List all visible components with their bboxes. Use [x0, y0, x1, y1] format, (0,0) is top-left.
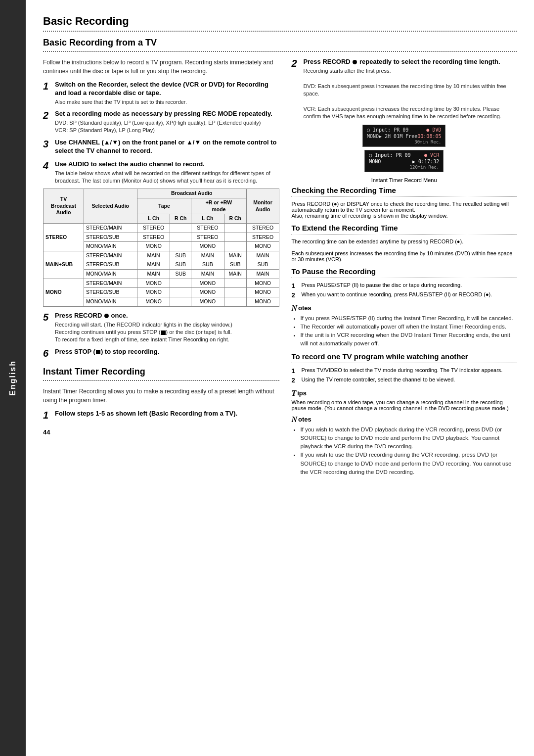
vcr-screen-row1: ◯ Input: PR 09 ● VCR	[369, 152, 439, 158]
cell: STEREO	[246, 233, 279, 242]
instant-step-1-content: Follow steps 1-5 as shown left (Basic Re…	[55, 410, 279, 419]
cell: MONO	[137, 288, 170, 297]
cell: SUB	[170, 270, 191, 279]
sel-stereo-main-3: STEREO/MAIN	[84, 279, 137, 288]
instant-timer-body: Instant Timer Recording allows you to ma…	[43, 387, 279, 405]
cell: MONO	[246, 279, 279, 288]
dvd-rec-label: ● DVD	[426, 127, 441, 133]
divider-2	[43, 51, 517, 52]
tv-main-sub: MAIN+SUB	[44, 251, 84, 279]
basic-recording-title: Basic Recording	[43, 15, 517, 28]
dvd-mode: MONO	[367, 134, 379, 139]
tv-mono: MONO	[44, 279, 84, 306]
divider-pause	[291, 278, 517, 278]
pause-step-2-num: 2	[291, 291, 298, 299]
step-5-number: 5	[43, 312, 52, 323]
step-3-title: Use CHANNEL (▲/▼) on the front panel or …	[55, 139, 279, 155]
page-number: 44	[43, 428, 279, 436]
note-item: If you wish to use the DVD recording dur…	[300, 451, 517, 476]
sel-stereo-main-2: STEREO/MAIN	[84, 251, 137, 260]
cell: MAIN	[191, 251, 224, 260]
step-4-body: The table below shows what will be recor…	[55, 170, 279, 185]
sel-stereo-sub-3: STEREO/SUB	[84, 288, 137, 297]
step-2-content: Set a recording mode as necessary by pre…	[55, 110, 279, 135]
right-column: 2 Press RECORD repeatedly to select the …	[291, 58, 517, 480]
cell	[170, 242, 191, 251]
stop-symbol-5	[161, 331, 166, 335]
cell: MAIN	[224, 251, 246, 260]
rww-step-2-num: 2	[291, 377, 298, 384]
right-step-2: 2 Press RECORD repeatedly to select the …	[291, 58, 517, 121]
cell	[224, 297, 246, 306]
notes-otes-text-2: otes	[298, 416, 312, 423]
screen-displays: ◯ Input: PR 09 ● DVD MONO ▶ 2H 01M Free …	[291, 125, 517, 183]
sel-mono-main-2: MONO/MAIN	[84, 270, 137, 279]
cell: MONO	[137, 242, 170, 251]
cell: STEREO	[191, 233, 224, 242]
cell: SUB	[191, 260, 224, 270]
step-4-title: Use AUDIO to select the audio channel to…	[55, 160, 279, 169]
table-row: MONO STEREO/MAIN MONO MONO MONO	[44, 279, 279, 288]
dvd-screen-row1: ◯ Input: PR 09 ● DVD	[367, 127, 442, 133]
step-5-body: Recording will start. (The RECORD indica…	[55, 321, 279, 344]
cell: MONO	[191, 242, 224, 251]
cell: MONO	[137, 279, 170, 288]
cell: MAIN	[246, 251, 279, 260]
step-2: 2 Set a recording mode as necessary by p…	[43, 110, 279, 135]
step-1-body: Also make sure that the TV input is set …	[55, 98, 279, 106]
notes-2-title: N otes	[291, 415, 517, 424]
step-3-content: Use CHANNEL (▲/▼) on the front panel or …	[55, 139, 279, 156]
cell: MAIN	[246, 270, 279, 279]
notes-n-icon-2: N	[291, 415, 297, 424]
step-6-number: 6	[43, 348, 52, 359]
vcr-screen-row: ◯ Input: PR 09 ● VCR MONO ▶ 0:17:32 120m…	[364, 150, 444, 172]
step-6-title: Press STOP () to stop recording.	[55, 348, 279, 356]
cell: MONO	[191, 288, 224, 297]
cell: MAIN	[137, 260, 170, 270]
pause-step-2: 2 When you want to continue recording, p…	[291, 291, 517, 299]
sidebar-label: English	[8, 360, 17, 396]
cell: MONO	[137, 297, 170, 306]
right-step-2-number: 2	[291, 58, 300, 69]
extend-time-body: The recording time can be extended anyti…	[291, 238, 517, 262]
col-tape: Tape	[137, 198, 191, 214]
pause-title: To Pause the Recording	[291, 267, 517, 276]
vcr-time: ▶ 0:17:32	[412, 159, 439, 164]
check-time-body: Press RECORD (●) or DISPLAY once to chec…	[291, 201, 517, 219]
dvd-screen-row2: MONO ▶ 2H 01M Free 00:08:05	[367, 134, 442, 139]
cell	[224, 233, 246, 242]
note-item: If the unit is in VCR recording when the…	[300, 331, 517, 348]
cell: STEREO	[191, 223, 224, 233]
cell: MAIN	[224, 270, 246, 279]
tips-label: ips	[297, 389, 307, 397]
sidebar: English	[0, 0, 26, 756]
cell: SUB	[170, 251, 191, 260]
sel-stereo-sub-1: STEREO/SUB	[84, 233, 137, 242]
right-step-2-title: Press RECORD repeatedly to select the re…	[303, 58, 517, 66]
step-2-body: DVD: SP (Standard quality), LP (Low qual…	[55, 119, 279, 135]
record-while-watching-section: To record one TV program while watching …	[291, 352, 517, 384]
dvd-rec-time: 00:08:05	[417, 134, 441, 139]
sel-mono-main-1: MONO/MAIN	[84, 242, 137, 251]
cell	[224, 279, 246, 288]
rww-step-1-body: Press TV/VIDEO to select the TV mode dur…	[301, 367, 502, 373]
col-plus-rw: +R or +RWmode	[191, 198, 247, 214]
instant-step-1: 1 Follow steps 1-5 as shown left (Basic …	[43, 410, 279, 421]
step-4-content: Use AUDIO to select the audio channel to…	[55, 160, 279, 185]
vcr-rec-label: ● VCR	[424, 152, 439, 158]
check-time-section: Checking the Recording Time Press RECORD…	[291, 186, 517, 219]
instant-step-1-title: Follow steps 1-5 as shown left (Basic Re…	[55, 410, 279, 418]
page-container: English Basic Recording Basic Recording …	[0, 0, 534, 756]
pause-step-1-num: 1	[291, 282, 298, 289]
step-2-number: 2	[43, 110, 52, 121]
col-monitor-audio: MonitorAudio	[246, 189, 279, 224]
check-time-title: Checking the Recording Time	[291, 186, 517, 194]
note-item: If you wish to watch the DVD playback du…	[300, 425, 517, 451]
cell	[224, 223, 246, 233]
rec-symbol-r2	[353, 60, 357, 64]
vcr-bottom-label: 120min Rec.	[369, 165, 439, 170]
step-6: 6 Press STOP () to stop recording.	[43, 348, 279, 359]
col-r-ch-2: R Ch	[224, 214, 246, 224]
record-while-watching-title: To record one TV program while watching …	[291, 352, 517, 361]
cell	[170, 297, 191, 306]
